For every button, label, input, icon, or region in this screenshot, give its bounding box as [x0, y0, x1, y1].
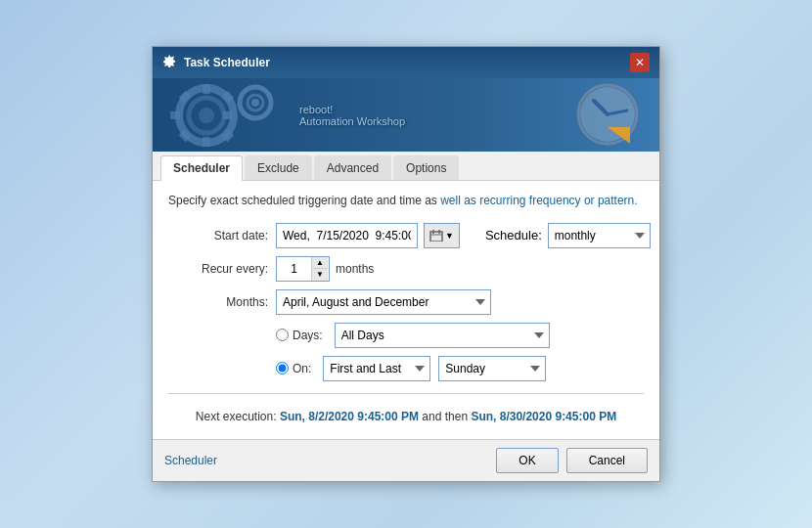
- banner-main-title: Automation Workshop: [299, 115, 405, 127]
- scheduler-link[interactable]: Scheduler: [164, 454, 217, 467]
- days-radio[interactable]: [276, 329, 289, 341]
- tab-options[interactable]: Options: [393, 155, 459, 180]
- cancel-button[interactable]: Cancel: [566, 448, 648, 473]
- days-radio-option: Days: All Days Weekdays Weekends: [276, 323, 550, 348]
- next-exec-connector: and then: [422, 410, 471, 423]
- tab-advanced[interactable]: Advanced: [314, 155, 391, 180]
- banner-clock-icon: [576, 83, 640, 147]
- footer: Scheduler OK Cancel: [153, 439, 659, 481]
- first-last-select[interactable]: First and Last First Last Second Third F…: [323, 356, 430, 381]
- dropdown-arrow: ▼: [445, 231, 454, 241]
- days-radio-row: Days: All Days Weekdays Weekends: [168, 323, 644, 348]
- banner: reboot! Automation Workshop: [153, 78, 659, 152]
- tab-exclude[interactable]: Exclude: [245, 155, 312, 180]
- next-exec-time1: 9:45:00 PM: [357, 410, 419, 423]
- months-row: Months: April, August and December Janua…: [168, 289, 644, 315]
- start-date-input[interactable]: [276, 223, 418, 248]
- footer-buttons: OK Cancel: [496, 448, 648, 473]
- spin-arrows: ▲ ▼: [311, 257, 328, 281]
- recur-unit: months: [336, 262, 374, 276]
- start-date-row: Start date: ▼ Schedule: monthly once: [168, 223, 644, 248]
- days-radio-label: Days:: [293, 329, 323, 342]
- calendar-icon: [429, 230, 443, 242]
- window-icon: [162, 55, 178, 70]
- svg-point-13: [251, 99, 259, 107]
- tab-scheduler[interactable]: Scheduler: [160, 155, 243, 181]
- recur-label: Recur every:: [168, 262, 276, 276]
- spin-down-button[interactable]: ▼: [312, 269, 328, 281]
- on-radio-label: On:: [293, 362, 311, 375]
- next-execution-row: Next execution: Sun, 8/2/2020 9:45:00 PM…: [168, 406, 644, 427]
- schedule-label: Schedule:: [485, 228, 542, 242]
- description-text: Specify exact scheduled triggering date …: [168, 193, 644, 209]
- ok-button[interactable]: OK: [496, 448, 558, 473]
- recur-every-row: Recur every: ▲ ▼ months: [168, 256, 644, 282]
- title-bar: Task Scheduler ✕: [153, 47, 659, 78]
- window-title: Task Scheduler: [184, 56, 270, 69]
- svg-rect-4: [203, 137, 210, 147]
- divider: [168, 393, 644, 394]
- on-radio-option: On: First and Last First Last Second Thi…: [276, 356, 546, 381]
- banner-title: reboot! Automation Workshop: [299, 104, 405, 127]
- date-picker-button[interactable]: ▼: [424, 223, 460, 248]
- svg-rect-19: [430, 232, 442, 242]
- start-date-label: Start date:: [168, 229, 276, 242]
- start-date-controls: ▼ Schedule: monthly once daily weekly ye…: [276, 223, 651, 248]
- close-button[interactable]: ✕: [630, 53, 650, 72]
- svg-rect-5: [170, 111, 180, 119]
- banner-subtitle: reboot!: [299, 104, 405, 115]
- next-exec-label: Next execution:: [196, 410, 277, 423]
- days-select[interactable]: All Days Weekdays Weekends: [335, 323, 550, 348]
- svg-rect-6: [223, 111, 233, 119]
- months-label: Months:: [168, 295, 276, 309]
- on-radio[interactable]: [276, 362, 289, 374]
- svg-rect-3: [203, 84, 210, 94]
- tabs-bar: Scheduler Exclude Advanced Options: [153, 152, 659, 181]
- recur-value-input[interactable]: [277, 257, 311, 281]
- next-exec-date2: Sun, 8/30/2020: [471, 410, 552, 423]
- spin-up-button[interactable]: ▲: [312, 257, 328, 269]
- next-exec-date1: Sun, 8/2/2020: [280, 410, 354, 423]
- svg-point-2: [199, 108, 214, 123]
- schedule-select[interactable]: monthly once daily weekly yearly: [548, 223, 651, 248]
- form-area: Specify exact scheduled triggering date …: [153, 181, 659, 439]
- main-window: Task Scheduler ✕: [152, 46, 660, 482]
- next-exec-time2: 9:45:00 PM: [555, 410, 616, 423]
- day-of-week-select[interactable]: Sunday Monday Tuesday Wednesday Thursday…: [438, 356, 546, 381]
- on-radio-row: On: First and Last First Last Second Thi…: [168, 356, 644, 381]
- title-bar-left: Task Scheduler: [162, 55, 270, 70]
- recur-spinbox: ▲ ▼: [276, 256, 330, 282]
- months-select[interactable]: April, August and December January Febru…: [276, 289, 491, 315]
